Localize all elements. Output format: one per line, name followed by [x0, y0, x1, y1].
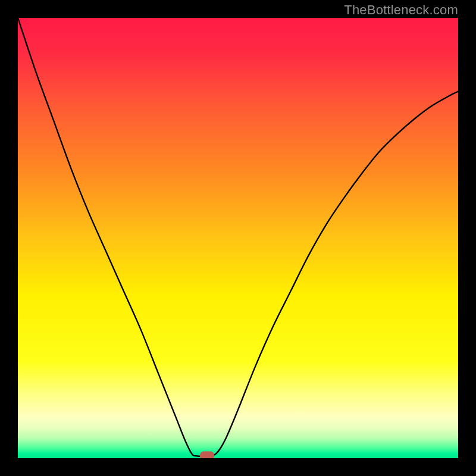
optimum-marker	[200, 452, 214, 458]
bottleneck-curve	[18, 18, 458, 458]
watermark-text: TheBottleneck.com	[344, 2, 458, 18]
plot-area	[18, 18, 458, 458]
chart-frame: TheBottleneck.com	[0, 0, 476, 476]
